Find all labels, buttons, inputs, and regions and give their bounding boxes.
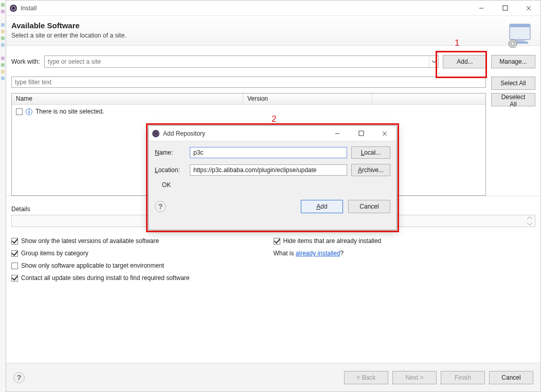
checkbox-icon[interactable] <box>11 238 18 245</box>
work-with-input[interactable] <box>45 56 429 67</box>
svg-rect-19 <box>359 131 364 136</box>
eclipse-icon <box>9 4 17 12</box>
options-left: Show only the latest versions of availab… <box>11 237 274 282</box>
titlebar: Install <box>6 1 540 16</box>
checkbox-icon[interactable] <box>274 238 280 245</box>
checkbox-icon[interactable] <box>11 263 18 269</box>
filter-row: Select All <box>6 73 540 93</box>
opt-group-category[interactable]: Group items by category <box>11 250 274 257</box>
cancel-button[interactable]: Cancel <box>489 371 533 384</box>
checkbox-icon[interactable] <box>11 250 18 257</box>
help-icon[interactable]: ? <box>155 201 166 212</box>
add-site-button[interactable]: Add... <box>443 55 487 68</box>
modal-titlebar: Add Repository <box>149 126 396 141</box>
filter-input[interactable] <box>11 77 486 88</box>
options-section: Show only the latest versions of availab… <box>6 230 540 289</box>
svg-rect-4 <box>503 6 508 10</box>
help-icon[interactable]: ? <box>13 372 25 383</box>
maximize-button[interactable] <box>493 1 517 16</box>
svg-point-15 <box>29 109 30 110</box>
finish-button[interactable]: Finish <box>441 371 485 384</box>
work-with-label: Work with: <box>11 58 40 65</box>
eclipse-icon <box>152 129 160 138</box>
close-button[interactable] <box>517 1 540 16</box>
ide-gutter <box>0 0 6 392</box>
svg-rect-8 <box>510 24 530 27</box>
modal-cancel-button[interactable]: Cancel <box>348 200 390 213</box>
svg-point-12 <box>511 42 514 45</box>
list-empty-text: There is no site selected. <box>35 108 104 115</box>
add-repository-dialog: Add Repository Name: Local... Location: … <box>148 125 397 230</box>
modal-close-button[interactable] <box>373 126 396 141</box>
next-button[interactable]: Next > <box>392 371 437 384</box>
info-icon <box>26 108 32 115</box>
modal-status-text: OK <box>155 181 390 194</box>
deselect-all-button[interactable]: Deselect All <box>491 93 535 106</box>
modal-button-bar: ? Add Cancel <box>149 197 396 218</box>
back-button[interactable]: < Back <box>344 371 388 384</box>
page-title: Available Software <box>11 21 532 30</box>
spinner-icon[interactable] <box>526 216 534 226</box>
modal-minimize-button[interactable] <box>326 126 349 141</box>
col-version[interactable]: Version <box>243 94 372 104</box>
options-right: Hide items that are already installed Wh… <box>274 237 536 282</box>
opt-latest-versions[interactable]: Show only the latest versions of availab… <box>11 237 274 245</box>
repo-name-label: Name: <box>155 149 186 156</box>
whatis-row: What is already installed? <box>274 250 536 257</box>
local-button[interactable]: Local... <box>351 146 390 159</box>
header-band: Available Software Select a site or ente… <box>6 16 540 46</box>
select-all-button[interactable]: Select All <box>491 77 535 90</box>
archive-button[interactable]: Archive... <box>351 164 390 176</box>
list-empty-row: There is no site selected. <box>16 108 481 115</box>
svg-rect-14 <box>29 111 30 114</box>
modal-title: Add Repository <box>163 130 326 137</box>
minimize-button[interactable] <box>470 1 493 16</box>
wizard-button-bar: ? < Back Next > Finish Cancel <box>6 363 540 391</box>
opt-target-env[interactable]: Show only software applicable to target … <box>11 262 274 269</box>
modal-add-button[interactable]: Add <box>301 200 343 213</box>
modal-maximize-button[interactable] <box>349 126 373 141</box>
list-header: Name Version <box>12 94 485 105</box>
col-name[interactable]: Name <box>12 94 243 104</box>
work-with-row: Work with: Add... Manage... <box>6 46 540 73</box>
window-title: Install <box>21 5 470 12</box>
repo-location-label: Location: <box>155 166 186 174</box>
repo-location-input[interactable] <box>190 164 347 176</box>
repo-location-row: Location: Archive... <box>155 164 390 176</box>
checkbox-icon[interactable] <box>11 275 18 282</box>
opt-contact-sites[interactable]: Contact all update sites during install … <box>11 274 274 282</box>
repo-name-row: Name: Local... <box>155 146 390 159</box>
work-with-combo[interactable] <box>44 55 439 68</box>
repo-name-input[interactable] <box>190 147 347 158</box>
row-checkbox[interactable] <box>16 108 23 115</box>
page-subtitle: Select a site or enter the location of a… <box>11 32 532 39</box>
manage-sites-button[interactable]: Manage... <box>491 55 535 68</box>
wizard-image-icon <box>507 23 533 50</box>
chevron-down-icon[interactable] <box>429 56 438 67</box>
already-installed-link[interactable]: already installed <box>296 250 340 257</box>
opt-hide-installed[interactable]: Hide items that are already installed <box>274 237 536 245</box>
